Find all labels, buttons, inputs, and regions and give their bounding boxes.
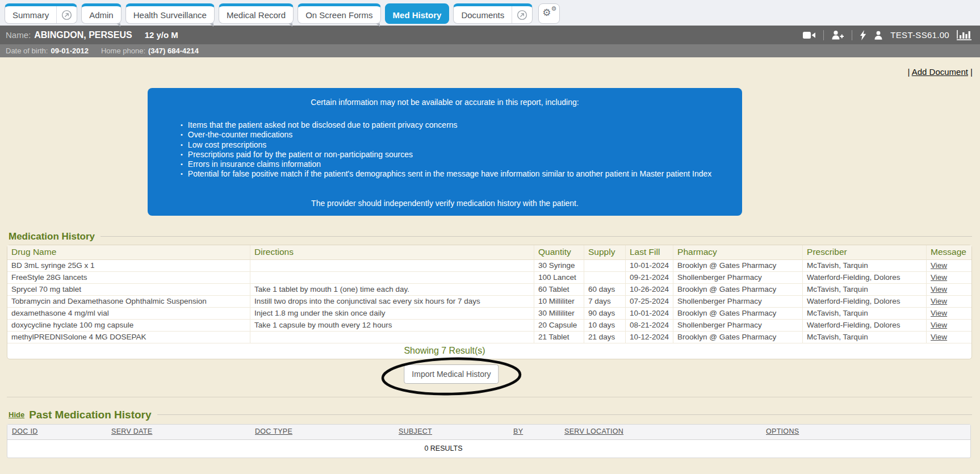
cell-supply: 90 days — [584, 308, 626, 320]
disclaimer-bullet: Items that the patient asked not be disc… — [181, 120, 725, 130]
view-message-link[interactable]: View — [931, 297, 947, 305]
view-message-link[interactable]: View — [931, 309, 947, 317]
popout-icon[interactable] — [512, 6, 532, 23]
disclaimer-bullet: Low cost prescriptions — [181, 140, 725, 150]
past-medication-history-section: Hide Past Medication History DOC IDSERV … — [7, 409, 972, 458]
past-column-header-serv-location[interactable]: SERV LOCATION — [560, 427, 761, 435]
bar-chart-icon[interactable] — [957, 30, 972, 40]
cell-message: View — [927, 320, 971, 332]
medication-row: Sprycel 70 mg tabletTake 1 tablet by mou… — [7, 284, 971, 296]
person-icon[interactable] — [874, 31, 883, 40]
disclaimer-box: Certain information may not be available… — [148, 88, 742, 216]
cell-message: View — [927, 296, 971, 308]
past-column-header-subject[interactable]: SUBJECT — [394, 427, 509, 435]
cell-prescriber: McTavish, Tarquin — [803, 332, 927, 343]
menu-flap-icon — [116, 23, 120, 27]
view-message-link[interactable]: View — [931, 285, 947, 293]
column-header-pharmacy: Pharmacy — [673, 245, 803, 260]
column-header-directions: Directions — [250, 245, 534, 260]
cell-prescriber: McTavish, Tarquin — [803, 260, 927, 272]
cell-drug: Sprycel 70 mg tablet — [7, 284, 250, 296]
tab-medical-record[interactable]: Medical Record — [219, 3, 294, 24]
patient-subbanner: Date of birth: 09-01-2012 Home phone: (3… — [0, 44, 980, 57]
patient-name: ABINGDON, PERSEUS — [34, 30, 132, 40]
cell-pharmacy: Shollenberger Pharmacy — [673, 320, 803, 332]
column-header-quantity: Quantity — [534, 245, 584, 260]
heading-rule — [100, 236, 972, 237]
column-header-drug-name: Drug Name — [7, 245, 250, 260]
past-column-header-by[interactable]: BY — [509, 427, 560, 435]
cell-pharmacy: Brooklyn @ Gates Pharmacy — [673, 308, 803, 320]
cell-quantity: 60 Tablet — [534, 284, 584, 296]
view-message-link[interactable]: View — [931, 333, 947, 341]
medication-row: FreeStyle 28G lancets100 Lancet09-21-202… — [7, 272, 971, 284]
view-message-link[interactable]: View — [931, 261, 947, 270]
cell-supply: 21 days — [584, 332, 626, 343]
pipe: | — [907, 67, 911, 77]
video-camera-icon[interactable] — [803, 31, 816, 39]
column-header-message: Message — [927, 245, 971, 260]
tab-med-history[interactable]: Med History — [385, 3, 450, 24]
tab-bar: SummaryAdminHealth SurveillanceMedical R… — [0, 0, 980, 26]
cell-directions — [250, 332, 534, 343]
dob-value: 09-01-2012 — [51, 47, 89, 55]
cell-pharmacy: Brooklyn @ Gates Pharmacy — [673, 260, 803, 272]
past-table-header-row: DOC IDSERV DATEDOC TYPESUBJECTBYSERV LOC… — [7, 425, 970, 440]
tab-on-screen-forms[interactable]: On Screen Forms — [298, 3, 380, 24]
disclaimer-bullet: Potential for false positive match if th… — [181, 169, 725, 179]
divider — [823, 30, 824, 40]
cell-prescriber: Waterford-Fielding, Dolores — [803, 320, 927, 332]
import-medical-history-button[interactable]: Import Medical History — [404, 364, 499, 384]
tab-label: On Screen Forms — [298, 6, 380, 23]
medication-row: BD 3mL syringe 25G x 130 Syringe10-01-20… — [7, 260, 971, 272]
medication-row: methylPREDNISolone 4 MG DOSEPAK21 Tablet… — [7, 332, 971, 343]
cell-supply — [584, 272, 626, 284]
cell-directions: Instill two drops into the conjunctival … — [250, 296, 534, 308]
lightning-bolt-icon[interactable] — [860, 30, 866, 40]
tab-label: Health Surveillance — [126, 6, 214, 23]
cell-pharmacy: Shollenberger Pharmacy — [673, 272, 803, 284]
results-count: Showing 7 Result(s) — [7, 343, 971, 359]
past-column-header-options[interactable]: OPTIONS — [761, 427, 970, 435]
cell-last-fill: 10-01-2024 — [626, 260, 673, 272]
cell-last-fill: 07-25-2024 — [626, 296, 673, 308]
cell-quantity: 21 Tablet — [534, 332, 584, 343]
cell-directions — [250, 260, 534, 272]
disclaimer-bullet: Prescriptions paid for by the patient or… — [181, 150, 725, 160]
past-column-header-doc-id[interactable]: DOC ID — [7, 427, 107, 435]
column-header-supply: Supply — [584, 245, 626, 260]
cell-pharmacy: Brooklyn @ Gates Pharmacy — [673, 284, 803, 296]
medication-row: doxycycline hyclate 100 mg capsuleTake 1… — [7, 320, 971, 332]
phone-label: Home phone: — [101, 47, 145, 55]
cell-directions: Take 1 capsule by mouth every 12 hours — [250, 320, 534, 332]
tab-summary[interactable]: Summary — [5, 3, 77, 24]
cell-pharmacy: Shollenberger Pharmacy — [673, 296, 803, 308]
cell-message: View — [927, 284, 971, 296]
cell-message: View — [927, 272, 971, 284]
cell-last-fill: 09-21-2024 — [626, 272, 673, 284]
add-document-link[interactable]: Add Document — [912, 67, 968, 77]
gears-icon: ⚙ — [542, 8, 551, 18]
tab-documents[interactable]: Documents — [453, 3, 533, 24]
past-results-count: 0 RESULTS — [7, 440, 970, 458]
hide-link[interactable]: Hide — [9, 410, 24, 419]
cell-supply: 60 days — [584, 284, 626, 296]
add-person-icon[interactable] — [831, 30, 844, 40]
view-message-link[interactable]: View — [931, 273, 947, 282]
past-column-header-serv-date[interactable]: SERV DATE — [107, 427, 250, 435]
popout-icon[interactable] — [56, 6, 77, 23]
tab-health-surveillance[interactable]: Health Surveillance — [125, 3, 215, 24]
menu-flap-icon — [210, 23, 213, 27]
cell-prescriber: Waterford-Fielding, Dolores — [803, 296, 927, 308]
cell-last-fill: 10-12-2024 — [626, 332, 673, 343]
account-id: TEST-SS61.00 — [890, 30, 949, 40]
cell-pharmacy: Brooklyn @ Gates Pharmacy — [673, 332, 803, 343]
cell-drug: doxycycline hyclate 100 mg capsule — [7, 320, 250, 332]
settings-button[interactable]: ⚙ ⚙ — [538, 3, 560, 24]
cell-prescriber: McTavish, Tarquin — [803, 308, 927, 320]
tab-list: SummaryAdminHealth SurveillanceMedical R… — [5, 3, 533, 24]
view-message-link[interactable]: View — [931, 321, 947, 329]
medication-row: Tobramycin and Dexamethasone Ophthalmic … — [7, 296, 971, 308]
tab-admin[interactable]: Admin — [81, 3, 122, 24]
past-column-header-doc-type[interactable]: DOC TYPE — [250, 427, 394, 435]
